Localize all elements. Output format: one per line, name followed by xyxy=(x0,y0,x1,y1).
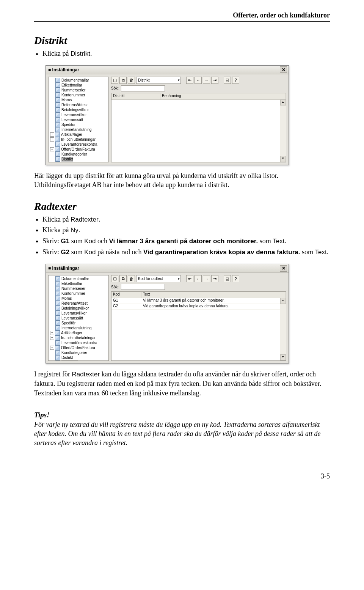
tree-item[interactable]: Kontonummer xyxy=(49,93,108,98)
view-dropdown[interactable]: Distrikt ▾ xyxy=(136,77,181,84)
tree-item[interactable]: Leverantörsreskontra xyxy=(49,142,108,147)
scrollbar[interactable]: ▴▾ xyxy=(280,298,286,360)
tree-item[interactable]: +In- och utbetalningar xyxy=(49,335,108,340)
tree-item-label: Artiklar/lager xyxy=(61,132,82,137)
tree-item[interactable]: Kundkategorier xyxy=(49,152,108,157)
page-icon xyxy=(55,102,60,107)
tree-item[interactable]: Moms xyxy=(49,296,108,301)
nav-prev-icon[interactable]: ← xyxy=(195,275,202,282)
tree-item[interactable]: +In- och utbetalningar xyxy=(49,137,108,142)
print-icon[interactable]: ⌸ xyxy=(224,77,231,84)
nav-last-icon[interactable]: ⇥ xyxy=(211,77,218,84)
tree-item[interactable]: −Offert/Order/Faktura xyxy=(49,147,108,152)
copy-icon[interactable]: ⧉ xyxy=(119,275,127,282)
settings-tree[interactable]: DokumentmallarEtikettmallarNummerserierK… xyxy=(48,77,109,162)
nav-first-icon[interactable]: ⇤ xyxy=(186,275,193,282)
tree-item[interactable]: Leverantörsreskontra xyxy=(49,340,108,345)
tree-item[interactable]: Etikettmallar xyxy=(49,83,108,88)
tree-item[interactable]: Distrikt xyxy=(49,355,108,360)
tree-item[interactable]: Moms xyxy=(49,98,108,102)
scrollbar[interactable]: ▴▾ xyxy=(280,99,286,162)
tree-item[interactable]: Leveransvillkor xyxy=(49,311,108,316)
nav-last-icon[interactable]: ⇥ xyxy=(211,275,218,282)
window-titlebar: ■ Inställningar ✕ xyxy=(46,264,289,273)
page-icon xyxy=(55,107,60,112)
tree-item[interactable]: Etikettmallar xyxy=(49,281,108,286)
tree-item[interactable]: Nummerserier xyxy=(49,286,108,291)
table-row[interactable]: G2Vid garantireparation krävs kopia av d… xyxy=(111,304,286,310)
tips-body: För varje ny textrad du vill registrera … xyxy=(34,420,330,448)
tree-item[interactable]: Leveransvillkor xyxy=(49,112,108,117)
tree-item[interactable]: Leveranssätt xyxy=(49,117,108,122)
help-icon[interactable]: ? xyxy=(232,77,239,84)
tree-item[interactable]: Internetanslutning xyxy=(49,127,108,132)
tree-item-label: Kontonummer xyxy=(61,291,85,296)
nav-prev-icon[interactable]: ← xyxy=(195,77,202,84)
close-icon[interactable]: ✕ xyxy=(280,66,287,73)
separator xyxy=(34,407,330,407)
table-row[interactable]: G1Vi lämnar 3 års garanti på datorer och… xyxy=(111,298,286,304)
page-icon xyxy=(55,137,60,142)
tree-item[interactable]: Radtexter xyxy=(49,162,108,162)
new-icon[interactable]: ▢ xyxy=(111,275,118,282)
tree-item[interactable]: Speditör xyxy=(49,321,108,326)
tree-item-label: Radtexter xyxy=(61,360,78,361)
tree-item[interactable]: Nummerserier xyxy=(49,88,108,93)
radtexter-bullets: Klicka på Radtexter.Klicka på Ny.Skriv: … xyxy=(42,215,330,257)
tree-item[interactable]: Kundkategorier xyxy=(49,350,108,355)
search-input[interactable] xyxy=(121,85,165,91)
tree-item[interactable]: +Artiklar/lager xyxy=(49,330,108,335)
data-grid[interactable]: Distrikt Benämning ▴▾ xyxy=(111,93,286,162)
tree-item[interactable]: Radtexter xyxy=(49,360,108,361)
col-header-1[interactable]: Distrikt xyxy=(111,93,160,99)
tree-item-label: Etikettmallar xyxy=(61,281,82,286)
page-icon xyxy=(55,306,60,311)
page-number: 3-5 xyxy=(34,472,330,480)
col-header-2[interactable]: Benämning xyxy=(160,93,286,99)
help-icon[interactable]: ? xyxy=(232,275,239,282)
tree-item-label: Kontonummer xyxy=(61,93,85,98)
window-title: ■ Inställningar xyxy=(48,67,79,72)
col-header-1[interactable]: Kod xyxy=(111,292,141,298)
delete-icon[interactable]: 🗑 xyxy=(128,275,135,282)
nav-first-icon[interactable]: ⇤ xyxy=(186,77,193,84)
tree-item[interactable]: Referens/Attest xyxy=(49,102,108,107)
data-grid[interactable]: Kod Text G1Vi lämnar 3 års garanti på da… xyxy=(111,291,286,361)
page-icon xyxy=(55,142,60,147)
tree-item-label: Dokumentmallar xyxy=(61,78,89,83)
tree-item[interactable]: Speditör xyxy=(49,122,108,127)
nav-next-icon[interactable]: → xyxy=(203,275,210,282)
tree-item-label: In- och utbetalningar xyxy=(61,137,96,142)
tree-item[interactable]: Internetanslutning xyxy=(49,326,108,330)
settings-tree[interactable]: DokumentmallarEtikettmallarNummerserierK… xyxy=(48,275,109,361)
search-input[interactable] xyxy=(121,284,165,290)
new-icon[interactable]: ▢ xyxy=(111,77,118,84)
col-header-2[interactable]: Text xyxy=(141,292,286,298)
tree-item-label: Artiklar/lager xyxy=(61,330,82,335)
print-icon[interactable]: ⌸ xyxy=(224,275,231,282)
bullet-sans: Distrikt xyxy=(71,50,90,57)
page-icon xyxy=(55,286,60,291)
tree-item[interactable]: Betalningsvillkor xyxy=(49,107,108,112)
delete-icon[interactable]: 🗑 xyxy=(128,77,135,84)
bullet-tail: . xyxy=(90,50,92,57)
tree-item[interactable]: Kontonummer xyxy=(49,291,108,296)
close-icon[interactable]: ✕ xyxy=(280,265,287,272)
tree-item[interactable]: Dokumentmallar xyxy=(49,276,108,281)
page-icon xyxy=(55,301,60,306)
tips-heading: Tips! xyxy=(34,411,330,419)
tree-item[interactable]: Referens/Attest xyxy=(49,301,108,306)
tree-item[interactable]: Betalningsvillkor xyxy=(49,306,108,311)
copy-icon[interactable]: ⧉ xyxy=(119,77,127,84)
nav-next-icon[interactable]: → xyxy=(203,77,210,84)
tree-item[interactable]: Dokumentmallar xyxy=(49,78,108,83)
tree-item[interactable]: +Artiklar/lager xyxy=(49,132,108,137)
distrikt-paragraph: Här lägger du upp distrikt för att kunna… xyxy=(34,171,330,190)
view-dropdown[interactable]: Kod för radtext ▾ xyxy=(136,275,181,282)
tree-item[interactable]: −Offert/Order/Faktura xyxy=(49,345,108,350)
page-icon xyxy=(55,147,60,152)
running-header: Offerter, order och kundfakturor xyxy=(34,11,330,22)
toolbar: ▢ ⧉ 🗑 Distrikt ▾ ⇤ ← → ⇥ ⌸ ? xyxy=(111,77,286,84)
tree-item[interactable]: Distrikt xyxy=(49,157,108,162)
tree-item[interactable]: Leveranssätt xyxy=(49,316,108,321)
